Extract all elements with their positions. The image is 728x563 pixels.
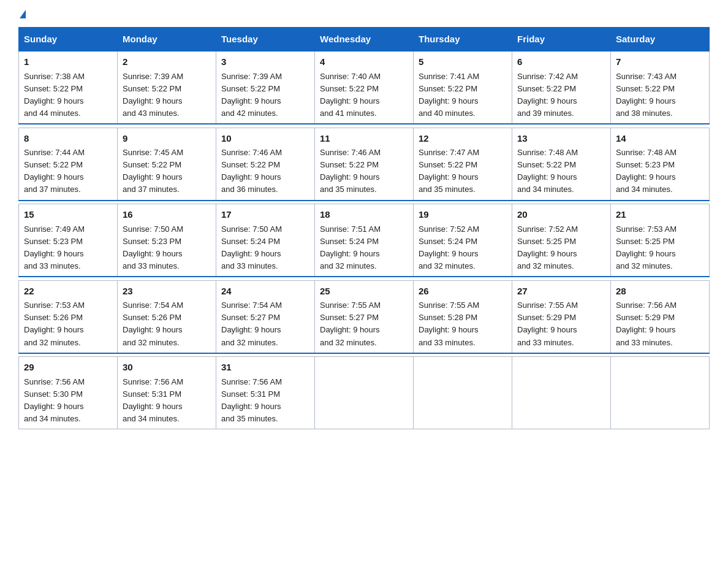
day-info: Sunrise: 7:43 AMSunset: 5:22 PMDaylight:…: [616, 71, 704, 120]
day-number: 17: [221, 208, 309, 222]
column-header-wednesday: Wednesday: [315, 28, 414, 52]
day-info: Sunrise: 7:52 AMSunset: 5:25 PMDaylight:…: [517, 223, 605, 273]
day-number: 3: [221, 55, 309, 69]
logo-triangle-icon: [20, 10, 26, 18]
calendar-cell: 28Sunrise: 7:56 AMSunset: 5:29 PMDayligh…: [611, 280, 710, 353]
day-info: Sunrise: 7:38 AMSunset: 5:22 PMDaylight:…: [24, 71, 112, 120]
calendar-cell: 12Sunrise: 7:47 AMSunset: 5:22 PMDayligh…: [414, 128, 512, 201]
calendar-cell: [611, 357, 710, 429]
calendar-week-row: 29Sunrise: 7:56 AMSunset: 5:30 PMDayligh…: [19, 357, 710, 429]
day-number: 15: [24, 208, 112, 222]
day-info: Sunrise: 7:56 AMSunset: 5:29 PMDaylight:…: [616, 299, 704, 349]
day-info: Sunrise: 7:45 AMSunset: 5:22 PMDaylight:…: [123, 147, 211, 196]
day-number: 1: [24, 55, 112, 69]
day-info: Sunrise: 7:55 AMSunset: 5:29 PMDaylight:…: [517, 299, 605, 349]
day-info: Sunrise: 7:42 AMSunset: 5:22 PMDaylight:…: [517, 71, 605, 120]
day-number: 7: [616, 55, 704, 69]
day-info: Sunrise: 7:50 AMSunset: 5:23 PMDaylight:…: [123, 223, 211, 273]
day-number: 19: [419, 208, 507, 222]
calendar-header-row: SundayMondayTuesdayWednesdayThursdayFrid…: [19, 28, 710, 52]
day-number: 10: [221, 132, 309, 146]
column-header-monday: Monday: [118, 28, 216, 52]
calendar-cell: 10Sunrise: 7:46 AMSunset: 5:22 PMDayligh…: [216, 128, 315, 201]
column-header-saturday: Saturday: [611, 28, 710, 52]
calendar-cell: [414, 357, 512, 429]
calendar-cell: 22Sunrise: 7:53 AMSunset: 5:26 PMDayligh…: [19, 280, 118, 353]
day-info: Sunrise: 7:55 AMSunset: 5:28 PMDaylight:…: [419, 299, 507, 349]
day-info: Sunrise: 7:48 AMSunset: 5:22 PMDaylight:…: [517, 147, 605, 196]
day-info: Sunrise: 7:41 AMSunset: 5:22 PMDaylight:…: [419, 71, 507, 120]
day-info: Sunrise: 7:56 AMSunset: 5:31 PMDaylight:…: [221, 376, 309, 426]
calendar-cell: 6Sunrise: 7:42 AMSunset: 5:22 PMDaylight…: [512, 51, 611, 124]
calendar-week-row: 8Sunrise: 7:44 AMSunset: 5:22 PMDaylight…: [19, 128, 710, 201]
day-number: 9: [123, 132, 211, 146]
calendar-cell: 9Sunrise: 7:45 AMSunset: 5:22 PMDaylight…: [118, 128, 216, 201]
column-header-tuesday: Tuesday: [216, 28, 315, 52]
day-number: 14: [616, 132, 704, 146]
day-info: Sunrise: 7:39 AMSunset: 5:22 PMDaylight:…: [123, 71, 211, 120]
calendar-cell: 15Sunrise: 7:49 AMSunset: 5:23 PMDayligh…: [19, 204, 118, 277]
day-number: 2: [123, 55, 211, 69]
day-info: Sunrise: 7:44 AMSunset: 5:22 PMDaylight:…: [24, 147, 112, 196]
day-number: 12: [419, 132, 507, 146]
calendar-cell: 17Sunrise: 7:50 AMSunset: 5:24 PMDayligh…: [216, 204, 315, 277]
calendar-cell: 8Sunrise: 7:44 AMSunset: 5:22 PMDaylight…: [19, 128, 118, 201]
day-number: 22: [24, 285, 112, 299]
column-header-friday: Friday: [512, 28, 611, 52]
calendar-cell: [315, 357, 414, 429]
calendar-cell: 13Sunrise: 7:48 AMSunset: 5:22 PMDayligh…: [512, 128, 611, 201]
day-number: 8: [24, 132, 112, 146]
calendar-cell: 4Sunrise: 7:40 AMSunset: 5:22 PMDaylight…: [315, 51, 414, 124]
day-number: 20: [517, 208, 605, 222]
day-number: 24: [221, 285, 309, 299]
calendar-cell: 26Sunrise: 7:55 AMSunset: 5:28 PMDayligh…: [414, 280, 512, 353]
column-header-sunday: Sunday: [19, 28, 118, 52]
page-header: [18, 12, 710, 21]
day-info: Sunrise: 7:56 AMSunset: 5:31 PMDaylight:…: [123, 376, 211, 426]
column-header-thursday: Thursday: [414, 28, 512, 52]
day-info: Sunrise: 7:40 AMSunset: 5:22 PMDaylight:…: [320, 71, 408, 120]
calendar-cell: 31Sunrise: 7:56 AMSunset: 5:31 PMDayligh…: [216, 357, 315, 429]
calendar-cell: 30Sunrise: 7:56 AMSunset: 5:31 PMDayligh…: [118, 357, 216, 429]
day-info: Sunrise: 7:50 AMSunset: 5:24 PMDaylight:…: [221, 223, 309, 273]
day-info: Sunrise: 7:47 AMSunset: 5:22 PMDaylight:…: [419, 147, 507, 196]
calendar-cell: 21Sunrise: 7:53 AMSunset: 5:25 PMDayligh…: [611, 204, 710, 277]
day-number: 28: [616, 285, 704, 299]
day-number: 13: [517, 132, 605, 146]
day-number: 25: [320, 285, 408, 299]
day-info: Sunrise: 7:54 AMSunset: 5:26 PMDaylight:…: [123, 299, 211, 349]
day-info: Sunrise: 7:53 AMSunset: 5:25 PMDaylight:…: [616, 223, 704, 273]
calendar-cell: 19Sunrise: 7:52 AMSunset: 5:24 PMDayligh…: [414, 204, 512, 277]
day-info: Sunrise: 7:53 AMSunset: 5:26 PMDaylight:…: [24, 299, 112, 349]
day-number: 23: [123, 285, 211, 299]
day-number: 30: [123, 361, 211, 375]
day-number: 29: [24, 361, 112, 375]
calendar-cell: 29Sunrise: 7:56 AMSunset: 5:30 PMDayligh…: [19, 357, 118, 429]
day-info: Sunrise: 7:39 AMSunset: 5:22 PMDaylight:…: [221, 71, 309, 120]
calendar-week-row: 22Sunrise: 7:53 AMSunset: 5:26 PMDayligh…: [19, 280, 710, 353]
calendar-cell: 20Sunrise: 7:52 AMSunset: 5:25 PMDayligh…: [512, 204, 611, 277]
day-number: 16: [123, 208, 211, 222]
day-info: Sunrise: 7:52 AMSunset: 5:24 PMDaylight:…: [419, 223, 507, 273]
calendar-cell: 16Sunrise: 7:50 AMSunset: 5:23 PMDayligh…: [118, 204, 216, 277]
day-info: Sunrise: 7:46 AMSunset: 5:22 PMDaylight:…: [320, 147, 408, 196]
calendar-cell: [512, 357, 611, 429]
day-info: Sunrise: 7:55 AMSunset: 5:27 PMDaylight:…: [320, 299, 408, 349]
day-number: 31: [221, 361, 309, 375]
day-number: 26: [419, 285, 507, 299]
day-number: 18: [320, 208, 408, 222]
day-info: Sunrise: 7:56 AMSunset: 5:30 PMDaylight:…: [24, 376, 112, 426]
calendar-cell: 2Sunrise: 7:39 AMSunset: 5:22 PMDaylight…: [118, 51, 216, 124]
calendar-cell: 1Sunrise: 7:38 AMSunset: 5:22 PMDaylight…: [19, 51, 118, 124]
calendar-table: SundayMondayTuesdayWednesdayThursdayFrid…: [18, 27, 710, 429]
day-number: 11: [320, 132, 408, 146]
calendar-week-row: 1Sunrise: 7:38 AMSunset: 5:22 PMDaylight…: [19, 51, 710, 124]
calendar-cell: 23Sunrise: 7:54 AMSunset: 5:26 PMDayligh…: [118, 280, 216, 353]
calendar-cell: 18Sunrise: 7:51 AMSunset: 5:24 PMDayligh…: [315, 204, 414, 277]
day-number: 27: [517, 285, 605, 299]
calendar-cell: 25Sunrise: 7:55 AMSunset: 5:27 PMDayligh…: [315, 280, 414, 353]
calendar-cell: 3Sunrise: 7:39 AMSunset: 5:22 PMDaylight…: [216, 51, 315, 124]
calendar-cell: 27Sunrise: 7:55 AMSunset: 5:29 PMDayligh…: [512, 280, 611, 353]
day-info: Sunrise: 7:46 AMSunset: 5:22 PMDaylight:…: [221, 147, 309, 196]
day-info: Sunrise: 7:49 AMSunset: 5:23 PMDaylight:…: [24, 223, 112, 273]
